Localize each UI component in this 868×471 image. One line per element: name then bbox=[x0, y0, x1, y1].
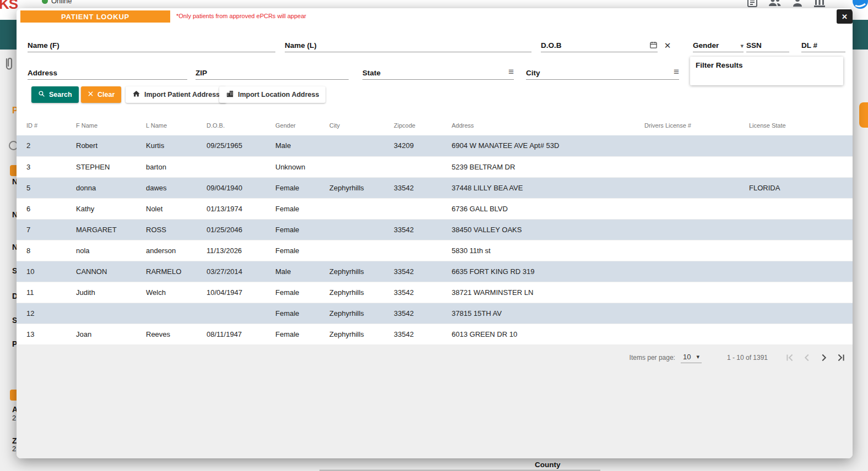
table-cell bbox=[749, 135, 853, 156]
app-logo: KS bbox=[0, 0, 18, 13]
clear-button[interactable]: Clear bbox=[81, 86, 121, 103]
table-cell: 09/25/1965 bbox=[207, 135, 275, 156]
ssn-input[interactable] bbox=[766, 40, 789, 49]
table-cell bbox=[749, 303, 853, 324]
table-cell: 38450 VALLEY OAKS bbox=[452, 219, 644, 240]
person-icon[interactable] bbox=[791, 0, 804, 8]
table-cell: 10 bbox=[17, 261, 76, 282]
table-cell: 8 bbox=[17, 240, 76, 261]
table-cell: Zephyrhills bbox=[329, 177, 394, 198]
next-page-button[interactable] bbox=[815, 349, 832, 366]
first-page-button[interactable] bbox=[781, 349, 798, 366]
table-cell bbox=[644, 282, 749, 303]
clear-dob-button[interactable]: ✕ bbox=[662, 40, 673, 51]
background-fragment: 2 bbox=[12, 414, 16, 422]
state-select[interactable]: State ≡ bbox=[362, 63, 514, 80]
first-name-input[interactable] bbox=[64, 40, 275, 49]
table-cell bbox=[329, 198, 394, 219]
assignment-icon[interactable] bbox=[746, 0, 759, 8]
chevron-down-icon: ▾ bbox=[740, 43, 744, 49]
filter-results-label: Filter Results bbox=[696, 61, 838, 69]
table-cell bbox=[329, 240, 394, 261]
table-cell bbox=[749, 219, 853, 240]
state-menu-icon: ≡ bbox=[508, 67, 514, 76]
search-button-label: Search bbox=[49, 91, 72, 98]
table-row[interactable]: 12FemaleZephyrhills3354237815 15TH AV bbox=[17, 303, 853, 324]
table-cell bbox=[644, 156, 749, 177]
last-name-input[interactable] bbox=[321, 40, 531, 49]
table-cell bbox=[76, 303, 146, 324]
table-cell: Welch bbox=[146, 282, 207, 303]
import-location-address-button[interactable]: Import Location Address bbox=[219, 86, 326, 103]
gender-select[interactable]: Gender ▾ bbox=[693, 36, 744, 52]
table-cell: FLORIDA bbox=[749, 177, 853, 198]
dob-input[interactable] bbox=[566, 40, 645, 49]
calendar-icon[interactable] bbox=[649, 41, 658, 49]
table-row[interactable]: 7MARGARETROSS01/25/2046Female3354238450 … bbox=[17, 219, 853, 240]
import-location-address-label: Import Location Address bbox=[238, 91, 319, 98]
zip-input[interactable] bbox=[211, 68, 349, 76]
table-row[interactable]: 6KathyNolet01/13/1974Female6736 GALL BLV… bbox=[17, 198, 853, 219]
table-cell bbox=[329, 135, 394, 156]
dl-field[interactable]: DL # bbox=[801, 36, 845, 52]
people-icon[interactable] bbox=[768, 0, 782, 8]
patient-lookup-dialog: PATIENT LOOKUP *Only patients from appro… bbox=[17, 8, 853, 458]
table-cell bbox=[644, 177, 749, 198]
zip-field[interactable]: ZIP bbox=[196, 63, 349, 80]
clear-button-label: Clear bbox=[97, 91, 115, 98]
county-field-line bbox=[319, 470, 600, 470]
results-tbody: 2RobertKurtis09/25/1965Male342096904 W M… bbox=[17, 135, 853, 344]
dl-input[interactable] bbox=[822, 40, 845, 49]
address-input[interactable] bbox=[62, 68, 187, 76]
close-icon: ✕ bbox=[842, 13, 848, 21]
dialog-title: PATIENT LOOKUP bbox=[61, 13, 129, 21]
filter-results-box[interactable]: Filter Results bbox=[690, 57, 843, 85]
address-field[interactable]: Address bbox=[28, 63, 187, 80]
table-row[interactable]: 2RobertKurtis09/25/1965Male342096904 W M… bbox=[17, 135, 853, 156]
table-cell: Judith bbox=[76, 282, 146, 303]
results-table-container: ID #F NameL NameD.O.B.GenderCityZipcodeA… bbox=[17, 116, 853, 345]
table-row[interactable]: 11JudithWelch10/04/1947FemaleZephyrhills… bbox=[17, 282, 853, 303]
table-cell: 33542 bbox=[394, 303, 452, 324]
table-cell: STEPHEN bbox=[76, 156, 146, 177]
table-cell: 2 bbox=[17, 135, 76, 156]
column-header: D.O.B. bbox=[207, 116, 275, 135]
table-cell bbox=[749, 240, 853, 261]
address-label: Address bbox=[28, 69, 57, 77]
dob-field[interactable]: D.O.B bbox=[541, 36, 658, 52]
dialog-title-tab: PATIENT LOOKUP bbox=[20, 10, 170, 23]
table-cell bbox=[644, 261, 749, 282]
last-name-field[interactable]: Name (L) bbox=[285, 36, 531, 52]
clear-dob-icon: ✕ bbox=[664, 41, 671, 50]
table-cell: Male bbox=[275, 135, 329, 156]
items-per-page-select[interactable]: 10 ▾ bbox=[681, 352, 702, 363]
paperclip-icon[interactable] bbox=[3, 57, 15, 74]
table-row[interactable]: 8nolaanderson11/13/2026Female5830 11th s… bbox=[17, 240, 853, 261]
previous-page-button[interactable] bbox=[798, 349, 815, 366]
table-cell: dawes bbox=[146, 177, 207, 198]
table-cell: 09/04/1940 bbox=[207, 177, 275, 198]
first-name-field[interactable]: Name (F) bbox=[28, 36, 275, 52]
city-select[interactable]: City ≡ bbox=[526, 63, 679, 80]
import-patient-address-button[interactable]: Import Patient Address bbox=[126, 86, 226, 103]
table-row[interactable]: 13JoanReeves08/11/1947FemaleZephyrhills3… bbox=[17, 324, 853, 344]
ssn-label: SSN bbox=[746, 42, 762, 50]
search-button[interactable]: Search bbox=[31, 86, 79, 103]
bank-icon[interactable] bbox=[813, 0, 826, 8]
table-cell bbox=[749, 156, 853, 177]
table-cell bbox=[394, 240, 452, 261]
table-cell: 08/11/1947 bbox=[207, 324, 275, 344]
column-header: L Name bbox=[146, 116, 207, 135]
table-cell: nola bbox=[76, 240, 146, 261]
table-row[interactable]: 3STEPHENbartonUnknown5239 BELTRAM DR bbox=[17, 156, 853, 177]
close-button[interactable]: ✕ bbox=[837, 9, 853, 24]
home-icon bbox=[132, 90, 140, 100]
last-page-button[interactable] bbox=[832, 349, 849, 366]
table-row[interactable]: 10CANNONRARMELO03/27/2014MaleZephyrhills… bbox=[17, 261, 853, 282]
table-cell: 33542 bbox=[394, 324, 452, 344]
table-cell: 6904 W MANATEE AVE Apt# 53D bbox=[452, 135, 644, 156]
table-row[interactable]: 5donnadawes09/04/1940FemaleZephyrhills33… bbox=[17, 177, 853, 198]
table-cell: 33542 bbox=[394, 219, 452, 240]
table-cell: RARMELO bbox=[146, 261, 207, 282]
ssn-field[interactable]: SSN bbox=[746, 36, 789, 52]
